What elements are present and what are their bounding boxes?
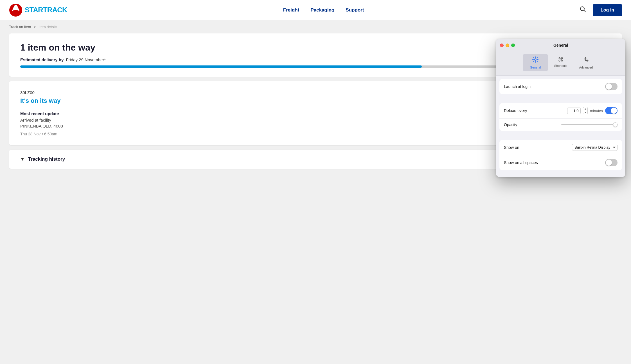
reload-value-input[interactable]	[567, 108, 581, 114]
show-all-spaces-toggle[interactable]	[605, 159, 618, 166]
history-chevron-icon: ▼	[20, 157, 25, 162]
logo: STARTRACK	[9, 3, 67, 17]
tab-advanced-label: Advanced	[579, 66, 593, 69]
nav-freight[interactable]: Freight	[283, 7, 299, 13]
progress-bar-fill	[20, 65, 422, 68]
reload-every-row: Reload every ▲ ▼ minutes	[499, 103, 622, 119]
search-button[interactable]	[580, 6, 586, 14]
shortcuts-tab-icon: ⌘	[558, 56, 564, 63]
header: STARTRACK Freight Packaging Support Log …	[0, 0, 631, 20]
main-content: 1 item on the way Estimated delivery by …	[0, 33, 631, 180]
breadcrumb-current: Item details	[39, 25, 57, 29]
advanced-tab-icon	[583, 56, 589, 65]
prefs-tabs: General ⌘ Shortcuts Advanced	[496, 51, 625, 76]
breadcrumb-separator: >	[34, 25, 36, 29]
tab-general[interactable]: General	[523, 54, 548, 71]
main-nav: Freight Packaging Support	[283, 7, 364, 13]
preferences-window: General General ⌘ Shortcuts	[496, 39, 625, 177]
show-all-spaces-label: Show on all spaces	[504, 160, 605, 165]
show-on-label: Show on	[504, 145, 572, 150]
prefs-section-3: Show on Built-in Retina Display All Disp…	[499, 140, 622, 170]
show-all-spaces-control	[605, 159, 618, 166]
svg-point-1	[14, 5, 17, 8]
launch-at-login-control	[605, 83, 618, 90]
reload-every-control: ▲ ▼ minutes	[567, 107, 618, 114]
traffic-lights	[500, 44, 515, 47]
reload-toggle[interactable]	[605, 107, 618, 114]
header-right: Log in	[580, 4, 622, 16]
prefs-title: General	[553, 43, 568, 47]
svg-point-4	[535, 59, 536, 60]
minimize-button[interactable]	[506, 44, 509, 47]
tab-shortcuts-label: Shortcuts	[554, 64, 567, 67]
logo-text: STARTRACK	[25, 6, 67, 14]
nav-support[interactable]: Support	[346, 7, 364, 13]
reload-stepper: ▲ ▼	[583, 107, 588, 114]
svg-point-6	[587, 60, 588, 61]
launch-at-login-row: Launch at login	[499, 79, 622, 94]
logo-icon	[9, 3, 22, 17]
login-button[interactable]: Log in	[593, 4, 622, 16]
prefs-titlebar: General	[496, 39, 625, 51]
prefs-section-2: Reload every ▲ ▼ minutes Opacity	[499, 103, 622, 131]
search-icon	[580, 6, 586, 12]
minutes-label: minutes	[590, 109, 603, 113]
launch-at-login-toggle[interactable]	[605, 83, 618, 90]
show-on-control: Built-in Retina Display All Displays Mai…	[572, 144, 618, 151]
nav-packaging[interactable]: Packaging	[310, 7, 334, 13]
reload-every-label: Reload every	[504, 108, 567, 113]
logo-star: STARTRACK	[25, 6, 67, 14]
history-title: Tracking history	[28, 156, 65, 162]
opacity-control	[561, 124, 618, 125]
prefs-section-1: Launch at login	[499, 79, 622, 94]
svg-line-3	[584, 10, 585, 12]
launch-at-login-label: Launch at login	[504, 84, 605, 89]
stepper-up[interactable]: ▲	[583, 107, 588, 111]
opacity-label: Opacity	[504, 122, 561, 127]
close-button[interactable]	[500, 44, 504, 47]
show-on-select[interactable]: Built-in Retina Display All Displays Mai…	[572, 144, 618, 151]
opacity-row: Opacity	[499, 119, 622, 131]
stepper-down[interactable]: ▼	[583, 111, 588, 114]
tab-general-label: General	[530, 66, 541, 69]
show-on-row: Show on Built-in Retina Display All Disp…	[499, 140, 622, 155]
opacity-slider[interactable]	[561, 124, 618, 125]
breadcrumb: Track an item > Item details	[0, 20, 631, 33]
show-all-spaces-row: Show on all spaces	[499, 155, 622, 170]
breadcrumb-track[interactable]: Track an item	[9, 25, 31, 29]
tab-advanced[interactable]: Advanced	[573, 54, 599, 71]
general-tab-icon	[532, 56, 539, 65]
tab-shortcuts[interactable]: ⌘ Shortcuts	[548, 54, 573, 71]
svg-point-5	[585, 58, 586, 60]
maximize-button[interactable]	[511, 44, 515, 47]
